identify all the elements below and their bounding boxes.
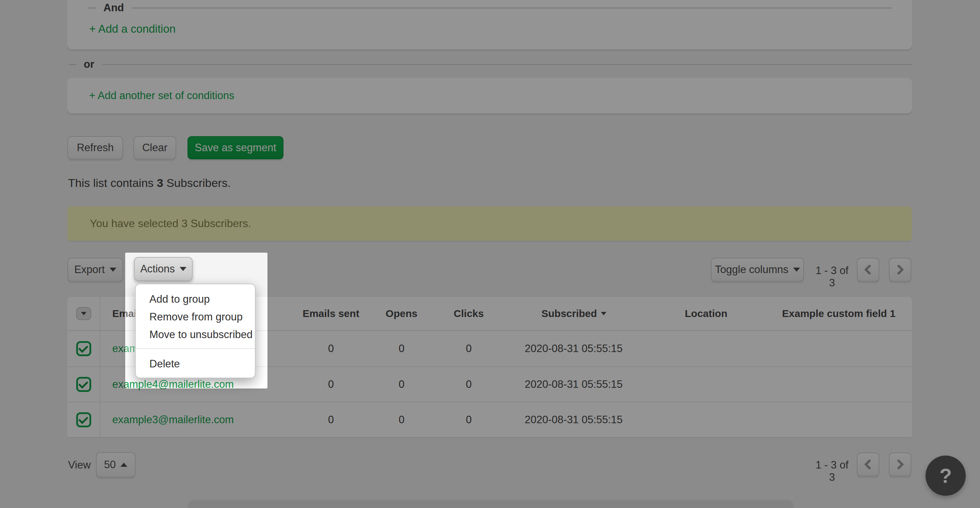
check-icon (78, 343, 88, 353)
clear-button[interactable]: Clear (134, 136, 176, 159)
background-dialog-edge (188, 500, 794, 508)
and-divider: And (89, 3, 912, 13)
chevron-down-icon (793, 268, 800, 272)
question-mark-icon: ? (940, 464, 952, 487)
menu-item-remove-from-group[interactable]: Remove from group (136, 308, 255, 326)
clicks-value: 0 (424, 414, 514, 426)
row-checkbox-checked[interactable] (76, 341, 91, 356)
header-subscribed[interactable]: Subscribed (514, 308, 646, 319)
chevron-right-icon (893, 459, 904, 470)
check-icon (78, 379, 88, 389)
help-button[interactable]: ? (926, 455, 966, 496)
chevron-left-icon (864, 459, 875, 470)
clear-label: Clear (142, 142, 167, 154)
divider-dash (89, 8, 96, 8)
menu-item-move-to-unsubscribed[interactable]: Move to unsubscribed (136, 326, 255, 344)
header-opens[interactable]: Opens (379, 308, 424, 319)
header-subscribed-label: Subscribed (541, 308, 597, 319)
list-summary: This list contains 3 Subscribers. (68, 176, 231, 190)
pagination-range-top: 1 - 3 of 3 (815, 264, 850, 289)
opens-value: 0 (379, 378, 424, 390)
header-clicks[interactable]: Clicks (424, 308, 514, 319)
prev-page-button-top[interactable] (857, 258, 879, 282)
selection-banner: You have selected 3 Subscribers. (67, 206, 912, 241)
refresh-button[interactable]: Refresh (67, 136, 123, 159)
add-set-link[interactable]: + Add another set of conditions (89, 89, 234, 102)
subscribed-value: 2020-08-31 05:55:15 (514, 414, 646, 426)
row-checkbox-checked[interactable] (76, 377, 91, 392)
and-divider-label: And (103, 2, 124, 14)
menu-item-delete[interactable]: Delete (136, 355, 255, 373)
prev-page-button-bottom[interactable] (857, 452, 879, 476)
chevron-down-icon (180, 267, 186, 271)
toggle-columns-label: Toggle columns (715, 264, 788, 276)
subscribed-value: 2020-08-31 05:55:15 (514, 378, 646, 390)
clicks-value: 0 (424, 378, 514, 390)
actions-button[interactable]: Actions (134, 257, 192, 281)
next-page-button-bottom[interactable] (889, 452, 911, 476)
onboarding-spotlight: Actions Add to group Remove from group M… (125, 253, 267, 389)
emails-sent-value: 0 (282, 342, 379, 355)
clicks-value: 0 (424, 342, 514, 355)
chevron-down-icon (110, 268, 116, 272)
opens-value: 0 (379, 414, 424, 426)
actions-dropdown-menu: Add to group Remove from group Move to u… (135, 283, 256, 378)
save-as-segment-button[interactable]: Save as segment (188, 136, 283, 159)
chevron-down-icon (81, 312, 86, 315)
chevron-right-icon (893, 264, 904, 275)
check-icon (78, 414, 88, 424)
sort-desc-icon (601, 312, 606, 315)
selection-banner-text: You have selected 3 Subscribers. (90, 217, 251, 230)
add-set-card: + Add another set of conditions (67, 78, 912, 113)
row-select-cell (67, 367, 100, 402)
export-label: Export (74, 264, 105, 276)
subscribed-value: 2020-08-31 05:55:15 (514, 342, 646, 355)
select-all-dropdown[interactable] (76, 307, 91, 320)
or-divider-label: or (84, 58, 94, 70)
divider-line (102, 64, 912, 65)
header-select-cell (67, 297, 100, 330)
next-page-button-top[interactable] (889, 258, 911, 282)
subscriber-email-link[interactable]: example3@mailerlite.com (112, 414, 234, 425)
condition-set-card: And + Add a condition (67, 0, 912, 49)
opens-value: 0 (379, 342, 424, 355)
add-condition-link[interactable]: + Add a condition (89, 22, 176, 35)
table-row: example3@mailerlite.com 0 0 0 2020-08-31… (67, 402, 912, 437)
actions-label: Actions (140, 263, 175, 275)
refresh-label: Refresh (77, 142, 114, 154)
header-emails-sent[interactable]: Emails sent (282, 308, 379, 319)
page-size-dropdown[interactable]: 50 (96, 452, 135, 477)
row-checkbox-checked[interactable] (76, 412, 91, 427)
summary-prefix: This list contains (68, 176, 157, 189)
row-select-cell (67, 403, 100, 437)
divider-dash (69, 64, 76, 65)
or-divider: or (69, 59, 912, 70)
subscribers-page: And + Add a condition or + Add another s… (0, 0, 980, 508)
divider-line (132, 8, 891, 8)
summary-suffix: Subscribers. (163, 176, 231, 189)
view-label: View (68, 459, 91, 471)
menu-item-add-to-group[interactable]: Add to group (136, 290, 255, 308)
save-as-segment-label: Save as segment (195, 142, 276, 154)
row-select-cell (67, 331, 100, 366)
chevron-left-icon (864, 264, 875, 275)
emails-sent-value: 0 (282, 414, 379, 426)
toggle-columns-button[interactable]: Toggle columns (711, 258, 804, 282)
pagination-range-bottom: 1 - 3 of 3 (815, 459, 850, 484)
header-custom-field[interactable]: Example custom field 1 (765, 308, 912, 319)
summary-count: 3 (157, 176, 163, 189)
page-size-value: 50 (104, 459, 116, 471)
menu-divider (136, 348, 255, 349)
export-button[interactable]: Export (67, 258, 123, 282)
emails-sent-value: 0 (282, 378, 379, 390)
chevron-up-icon (121, 463, 127, 467)
header-location[interactable]: Location (646, 308, 765, 319)
